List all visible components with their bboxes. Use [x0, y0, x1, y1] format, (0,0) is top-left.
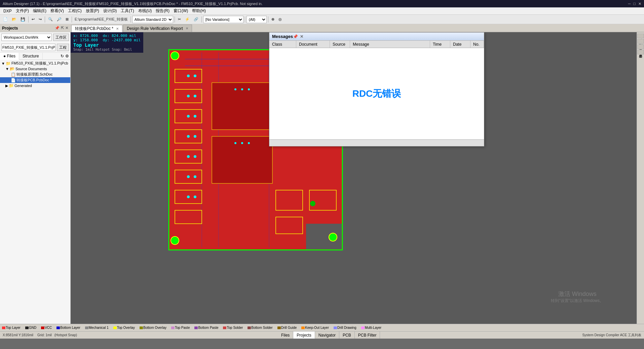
layer-topsold: Top Solder — [223, 326, 243, 330]
bottom-tab-pcb[interactable]: PCB — [339, 332, 355, 339]
maximize-btn[interactable]: □ — [633, 2, 636, 6]
tab-drc-close[interactable]: ✕ — [186, 27, 188, 30]
tab-pcb[interactable]: 转接板PCB.PcbDoc * ✕ — [71, 25, 122, 32]
minimize-btn[interactable]: ─ — [628, 2, 631, 6]
pcb-canvas[interactable]: Messages 📌 ✕ Class Document Source Messa… — [71, 32, 644, 324]
sep-6 — [201, 16, 202, 23]
tree-schematic[interactable]: 📋 转接板原理图.SchDoc — [0, 72, 70, 77]
project-icon: 📁 — [6, 61, 11, 66]
tree-generated[interactable]: ▶ 📁 Generated — [0, 83, 70, 88]
menu-help[interactable]: 帮助(H) — [190, 7, 208, 14]
extra-btn2[interactable]: ◎ — [277, 16, 283, 23]
zoom-fit-btn[interactable]: ⊞ — [64, 16, 70, 23]
layer-drilld: Drill Drawing — [334, 326, 356, 330]
layer-name: Top Layer — [73, 42, 141, 48]
svg-point-46 — [310, 201, 315, 206]
files-tab[interactable]: ● Files — [0, 53, 19, 60]
menu-view[interactable]: 察看(V) — [48, 7, 66, 14]
auto-route-btn[interactable]: 🔗 — [192, 16, 200, 23]
messages-panel: Messages 📌 ✕ Class Document Source Messa… — [269, 32, 484, 146]
undo-btn[interactable]: ↩ — [30, 16, 36, 23]
save-btn[interactable]: 💾 — [19, 16, 27, 23]
bottom-tab-projects[interactable]: Projects — [293, 332, 315, 339]
panel-pin-btn[interactable]: 📌 — [55, 26, 60, 30]
menu-dxp[interactable]: DXP — [1, 8, 14, 14]
snap-btn[interactable]: ✂ — [176, 16, 183, 23]
view-mode-dropdown[interactable]: Altium Standard 2D — [132, 16, 173, 23]
menu-design[interactable]: 设计(D) — [101, 7, 119, 14]
tab-pcb-close[interactable]: ✕ — [116, 27, 119, 31]
menu-edit[interactable]: 编辑(E) — [31, 7, 48, 14]
tab-icons: ↻ ⚙ — [61, 53, 70, 59]
svg-point-26 — [194, 155, 196, 158]
messages-pin-btn[interactable]: 📌 — [293, 34, 298, 39]
bottom-tab-navigator[interactable]: Navigator — [315, 332, 339, 339]
project-bar: FM510_PXIE_转接板_V1.1.PrjPcb 工程 — [0, 42, 70, 53]
messages-close-btn[interactable]: ✕ — [300, 34, 303, 39]
snap-info-bottom: (Hotspot Snap) — [53, 333, 78, 337]
panel-float-btn[interactable]: ⇱ — [61, 26, 64, 30]
all-dropdown[interactable]: (All) — [247, 16, 267, 23]
svg-point-41 — [241, 142, 243, 144]
col-class: Class — [269, 41, 296, 48]
svg-point-17 — [187, 75, 190, 77]
sep-3 — [72, 16, 72, 23]
right-tab-2[interactable]: 规则 — [637, 39, 644, 44]
toolbar-1: 📄 📂 💾 ↩ ↪ 🔍 🔎 ⊞ E:\program\ad\EE_PXIE_转接… — [0, 15, 644, 24]
generated-label: Generated — [14, 84, 32, 88]
settings-icon[interactable]: ⚙ — [65, 54, 69, 58]
expand-icon-src: ▼ — [5, 67, 9, 71]
files-tabs: ● Files Structure ↻ ⚙ — [0, 53, 70, 60]
redo-btn[interactable]: ↪ — [37, 16, 43, 23]
menu-report[interactable]: 报告(R) — [154, 7, 172, 14]
right-tab-4[interactable]: 层叠 — [637, 50, 644, 54]
tree-root-label: FM510_PXIE_转接板_V1.1.PrjPcb — [11, 61, 68, 66]
right-tab-1[interactable]: 捕捉 — [637, 34, 644, 38]
variations-dropdown[interactable]: [No Variations] — [203, 16, 243, 23]
tree-source-docs[interactable]: ▼ 📂 Source Documents — [0, 66, 70, 72]
zoom-in-btn[interactable]: 🔍 — [46, 16, 54, 23]
right-tab-3[interactable]: 元件 — [637, 44, 644, 49]
tab-drc[interactable]: Design Rule Verification Report ✕ — [123, 25, 192, 32]
svg-point-27 — [187, 175, 190, 178]
close-btn[interactable]: ✕ — [638, 2, 641, 6]
menu-window[interactable]: 窗口(W) — [172, 7, 190, 14]
left-panel: Projects 📌 ⇱ ✕ Workspace1.DsnWrk 工作区 FM5… — [0, 24, 71, 324]
expand-icon: ▼ — [1, 61, 5, 66]
coord-bar: x: 8726.000 dx: 824.000 mil y: 1758.000 … — [71, 32, 143, 53]
layer-keepout: Keep-Out Layer — [301, 326, 329, 330]
layer-mech: Mechanical 1 — [85, 326, 109, 330]
file-tree: ▼ 📁 FM510_PXIE_转接板_V1.1.PrjPcb ▼ 📂 Sourc… — [0, 60, 70, 324]
open-btn[interactable]: 📂 — [10, 16, 18, 23]
structure-tab[interactable]: Structure — [19, 53, 43, 59]
menu-tools[interactable]: 工具(T) — [119, 7, 136, 14]
svg-point-18 — [194, 75, 196, 77]
title-bar: Altium Designer (17.1) - E:\program\ad\E… — [0, 0, 644, 7]
panel-close-btn[interactable]: ✕ — [65, 26, 68, 30]
menu-route[interactable]: 布线(U) — [136, 7, 154, 14]
menu-project[interactable]: 工程(C) — [66, 7, 84, 14]
svg-point-21 — [187, 115, 190, 118]
new-btn[interactable]: 📄 — [1, 16, 9, 23]
workspace-dropdown[interactable]: Workspace1.DsnWrk — [1, 34, 52, 41]
layer-multi: Multi-Layer — [361, 326, 381, 330]
workspace-btn[interactable]: 工作区 — [53, 34, 69, 41]
refresh-icon[interactable]: ↻ — [61, 54, 64, 58]
svg-point-39 — [248, 88, 250, 90]
route-btn[interactable]: ⚡ — [183, 16, 191, 23]
layer-top: Top Layer — [2, 326, 21, 330]
zoom-out-btn[interactable]: 🔎 — [55, 16, 63, 23]
bottom-tab-pcbfilter[interactable]: PCB Filter — [355, 332, 380, 339]
project-btn[interactable]: 工程 — [57, 44, 69, 51]
svg-point-33 — [171, 236, 179, 245]
extra-btn1[interactable]: ⊕ — [270, 16, 276, 23]
menu-file[interactable]: 文件(F) — [14, 7, 31, 14]
bottom-tab-files[interactable]: Files — [278, 332, 293, 339]
tree-pcb[interactable]: 📄 转接板PCB.PcbDoc * — [0, 77, 70, 83]
svg-point-37 — [234, 88, 236, 90]
menu-place[interactable]: 放置(P) — [84, 7, 101, 14]
messages-body: RDC无错误 — [269, 48, 484, 139]
gen-folder-icon: 📁 — [9, 83, 14, 88]
coord-x: x: 8726.000 — [73, 34, 98, 38]
tree-root[interactable]: ▼ 📁 FM510_PXIE_转接板_V1.1.PrjPcb — [0, 60, 70, 66]
